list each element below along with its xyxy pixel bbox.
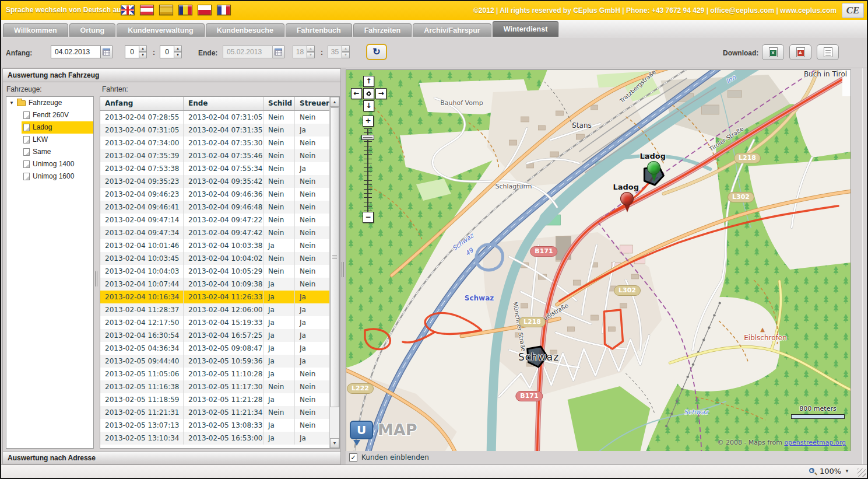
- table-row[interactable]: 2013-02-04 07:35:392013-02-04 07:35:46Ne…: [100, 149, 339, 162]
- download-doc-button[interactable]: [817, 44, 839, 60]
- column-header-schild[interactable]: Schild: [263, 97, 295, 110]
- tree-item-unimog-1600[interactable]: Unimog 1600: [22, 170, 93, 183]
- map-canvas[interactable]: Buch in TirolBauhof VompStansTratzbergst…: [346, 70, 851, 451]
- hour-down-button[interactable]: ▼: [139, 52, 147, 58]
- table-cell: Ja: [263, 329, 295, 342]
- table-row[interactable]: 2013-02-04 11:28:372013-02-04 12:06:00Ja…: [100, 303, 339, 316]
- table-row[interactable]: 2013-02-04 10:01:462013-02-04 10:03:38Ja…: [100, 239, 339, 252]
- hour-up-button[interactable]: ▲: [307, 46, 315, 52]
- tab-fahrzeiten[interactable]: Fahrzeiten: [353, 23, 412, 37]
- zoom-out-button[interactable]: −: [363, 212, 374, 223]
- table-row[interactable]: 2013-02-05 13:07:132013-02-05 13:08:33Ja…: [100, 419, 339, 432]
- french-flag-icon[interactable]: [217, 5, 231, 15]
- scroll-up-button[interactable]: ▲: [330, 97, 339, 107]
- pan-right-button[interactable]: →: [375, 88, 386, 99]
- minute-down-button[interactable]: ▼: [174, 52, 182, 58]
- austrian-flag-icon[interactable]: [140, 5, 154, 15]
- table-row[interactable]: 2013-02-04 07:53:382013-02-04 07:55:34Ne…: [100, 162, 339, 175]
- tree-root-fahrzeuge[interactable]: ▼Fahrzeuge: [6, 97, 93, 109]
- tab-kundenverwaltung[interactable]: Kundenverwaltung: [117, 23, 205, 37]
- table-row[interactable]: 2013-02-04 16:30:542013-02-04 16:57:25Ja…: [100, 329, 339, 342]
- table-row[interactable]: 2013-02-04 09:35:232013-02-04 09:35:42Ne…: [100, 175, 339, 188]
- hour-down-button[interactable]: ▼: [307, 52, 315, 58]
- anfang-calendar-button[interactable]: [101, 46, 113, 58]
- map-art: [346, 70, 851, 451]
- table-row[interactable]: 2013-02-04 07:34:002013-02-04 07:35:30Ne…: [100, 137, 339, 149]
- tab-ortung[interactable]: Ortung: [69, 23, 116, 37]
- zoom-in-button[interactable]: +: [363, 116, 374, 127]
- table-row[interactable]: 2013-02-04 10:07:442013-02-04 10:09:38Ja…: [100, 278, 339, 291]
- table-row[interactable]: 2013-02-04 10:04:032013-02-04 10:05:29Ne…: [100, 265, 339, 278]
- column-header-anfang[interactable]: Anfang: [100, 97, 184, 110]
- table-row[interactable]: 2013-02-04 09:46:232013-02-04 09:46:36Ne…: [100, 188, 339, 201]
- tab-kundenbesuche[interactable]: Kundenbesuche: [206, 23, 284, 37]
- tree-item-fendt-260v[interactable]: Fendt 260V: [22, 109, 93, 121]
- minute-up-button[interactable]: ▲: [174, 46, 182, 52]
- romanian-flag-icon[interactable]: [178, 5, 192, 15]
- resize-grip[interactable]: [858, 468, 866, 477]
- ende-minute-value[interactable]: 35: [328, 46, 342, 58]
- table-row[interactable]: 2013-02-04 10:16:342013-02-04 11:26:33Ja…: [100, 291, 339, 303]
- table-row[interactable]: 2013-02-05 13:10:342013-02-05 16:53:00Ja…: [100, 432, 339, 445]
- table-row[interactable]: 2013-02-05 11:21:312013-02-05 11:21:34Ne…: [100, 406, 339, 419]
- table-cell: Ja: [295, 329, 330, 342]
- tree-expander-icon[interactable]: ▼: [9, 97, 15, 109]
- tree-item-ladog[interactable]: Ladog: [22, 121, 93, 134]
- tree-table-splitter[interactable]: [94, 96, 99, 449]
- download-pdf-button[interactable]: [789, 44, 811, 60]
- table-cell: 2013-02-05 11:17:30: [184, 380, 263, 393]
- table-row[interactable]: 2013-02-05 09:44:402013-02-05 10:59:36Ja…: [100, 355, 339, 368]
- tree-item-same[interactable]: Same: [22, 146, 93, 158]
- ende-date-input[interactable]: 05.02.2013: [223, 46, 273, 58]
- minute-down-button[interactable]: ▼: [342, 52, 350, 58]
- table-row[interactable]: 2013-02-04 07:31:052013-02-04 07:31:35Ne…: [100, 124, 339, 137]
- tab-fahrtenbuch[interactable]: Fahrtenbuch: [286, 23, 352, 37]
- tab-willkommen[interactable]: Willkommen: [3, 23, 68, 37]
- anfang-minute-value[interactable]: 0: [160, 46, 174, 58]
- column-header-ende[interactable]: Ende: [184, 97, 263, 110]
- zoom-slider-handle[interactable]: [361, 135, 374, 140]
- spanish-flag-icon[interactable]: [159, 5, 173, 15]
- pan-center-button[interactable]: [363, 88, 374, 99]
- table-row[interactable]: 2013-02-05 04:36:342013-02-05 09:08:47Ja…: [100, 342, 339, 355]
- kunden-checkbox[interactable]: ✓: [349, 453, 357, 461]
- anfang-label: Anfang:: [6, 49, 32, 57]
- osm-link[interactable]: openstreetmap.org: [784, 439, 846, 446]
- tree-item-lkw[interactable]: LKW: [22, 134, 93, 146]
- table-row[interactable]: 2013-02-05 11:05:062013-02-05 11:10:28Ja…: [100, 368, 339, 380]
- tab-winterdienst[interactable]: Winterdienst: [493, 21, 559, 37]
- ende-hour-value[interactable]: 18: [293, 46, 307, 58]
- download-excel-button[interactable]: [762, 44, 784, 60]
- table-row[interactable]: 2013-02-05 11:16:382013-02-05 11:17:30Ne…: [100, 380, 339, 393]
- zoom-dropdown-arrow[interactable]: ▼: [845, 468, 849, 474]
- browser-zoom-control[interactable]: 100% ▼: [809, 467, 849, 475]
- table-row[interactable]: 2013-02-04 12:17:502013-02-04 15:19:33Ja…: [100, 316, 339, 329]
- polish-flag-icon[interactable]: [198, 5, 212, 15]
- ende-calendar-button[interactable]: [273, 46, 284, 58]
- table-row[interactable]: 2013-02-04 09:47:342013-02-04 09:47:42Ne…: [100, 226, 339, 239]
- pan-left-button[interactable]: ←: [351, 88, 362, 99]
- table-row[interactable]: 2013-02-05 11:18:592013-02-05 11:21:28Ja…: [100, 393, 339, 406]
- anfang-date-input[interactable]: 04.02.2013: [51, 46, 101, 58]
- tab-archiv-fahrspur[interactable]: Archiv/Fahrspur: [413, 23, 491, 37]
- hour-up-button[interactable]: ▲: [139, 46, 147, 52]
- pan-up-button[interactable]: ↑: [363, 76, 374, 87]
- table-cell: Nein: [295, 226, 330, 239]
- pan-down-button[interactable]: ↓: [363, 100, 374, 111]
- column-header-streuer[interactable]: Streuer: [295, 97, 330, 110]
- scroll-down-button[interactable]: ▼: [330, 438, 339, 448]
- table-row[interactable]: 2013-02-04 07:28:552013-02-04 07:31:05Ne…: [100, 111, 339, 124]
- table-row[interactable]: 2013-02-04 09:47:142013-02-04 09:47:22Ne…: [100, 214, 339, 226]
- main-splitter[interactable]: [341, 68, 346, 464]
- minute-up-button[interactable]: ▲: [342, 46, 350, 52]
- table-cell: Nein: [263, 201, 295, 214]
- tree-item-unimog-1400[interactable]: Unimog 1400: [22, 158, 93, 170]
- table-row[interactable]: 2013-02-04 10:03:452013-02-04 10:04:02Ne…: [100, 252, 339, 265]
- scroll-thumb[interactable]: [330, 107, 339, 407]
- table-row[interactable]: 2013-02-04 09:46:412013-02-04 09:46:48Ne…: [100, 201, 339, 214]
- anfang-hour-value[interactable]: 0: [125, 46, 139, 58]
- run-query-button[interactable]: ↻: [366, 44, 387, 60]
- panel-header-adresse[interactable]: Auswertung nach Adresse: [3, 451, 340, 464]
- english-flag-icon[interactable]: [121, 5, 135, 15]
- panel-header-fahrzeug[interactable]: Auswertung nach Fahrzeug: [3, 69, 340, 82]
